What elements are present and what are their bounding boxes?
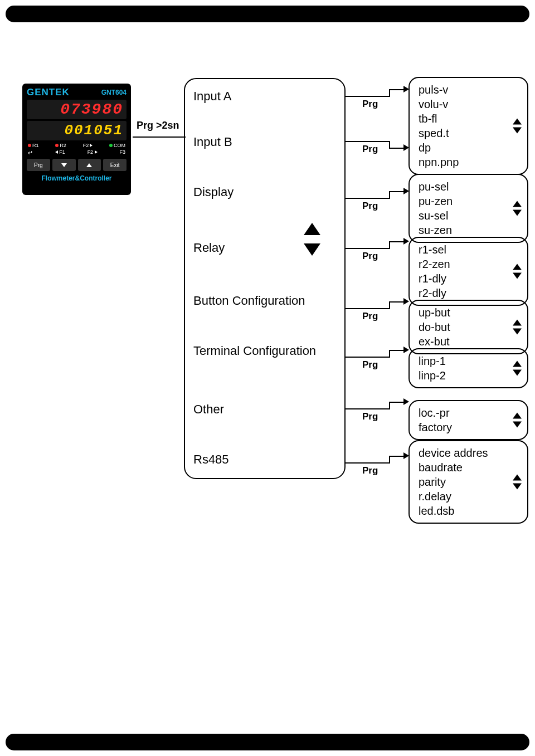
connector-line [389, 456, 405, 457]
triangle-up-icon [513, 119, 522, 125]
led-r2: R2 [55, 143, 66, 148]
sub-item: do-but [419, 320, 521, 334]
arrow-right-icon [403, 298, 409, 305]
menu-item-terminal-config: Terminal Configuration [193, 344, 316, 358]
triangle-up-icon [513, 475, 522, 481]
connector-line [389, 191, 390, 199]
sub-item: r1-sel [419, 242, 521, 257]
led-f2: F2 [83, 143, 93, 148]
triangle-down-icon [513, 422, 522, 428]
triangle-right-icon [95, 150, 98, 154]
arrow-right-icon [403, 238, 409, 245]
triangle-down-icon [513, 370, 522, 376]
triangle-down-icon [513, 210, 522, 216]
page-top-bar [6, 6, 529, 22]
prg-label: Prg [362, 201, 378, 212]
down-button[interactable] [52, 159, 76, 171]
updown-icon [513, 201, 522, 216]
triangle-down-icon [513, 273, 522, 279]
sub-box-display: pu-sel pu-zen su-sel su-zen [408, 174, 528, 243]
sub-box-relay: r1-sel r2-zen r1-dly r2-dly [408, 237, 528, 306]
device-led-row: R1 R2 F2 COM [27, 143, 127, 148]
menu-nav-arrows [304, 223, 320, 256]
sub-item: r2-dly [419, 286, 521, 300]
connector-line [133, 136, 186, 138]
connector-line [389, 456, 390, 464]
triangle-up-icon [513, 320, 522, 326]
triangle-up-icon [513, 361, 522, 367]
page-bottom-bar [6, 734, 529, 750]
device-footer: Flowmeter&Controller [27, 174, 127, 182]
prg-label: Prg [362, 251, 378, 262]
device-model: GNT604 [101, 89, 127, 96]
led-dot-icon [109, 144, 113, 147]
triangle-up-icon [513, 201, 522, 207]
triangle-up-icon [86, 163, 92, 167]
connector-line [389, 402, 390, 409]
arrow-right-icon [403, 398, 409, 405]
prg-label: Prg [362, 144, 378, 155]
prg-button[interactable]: Prg [27, 159, 50, 171]
connector-line [346, 96, 390, 97]
menu-item-input-a: Input A [193, 89, 232, 104]
connector-line [389, 191, 405, 192]
menu-item-button-config: Button Configuration [193, 294, 305, 308]
sub-item: led.dsb [419, 504, 521, 518]
device-panel: GENTEK GNT604 073980 001051 R1 R2 F2 COM… [22, 84, 131, 195]
connector-line [389, 402, 405, 403]
sub-item: r.delay [419, 489, 521, 504]
sub-item: linp-1 [419, 354, 521, 368]
device-display-2: 001051 [27, 121, 127, 140]
up-button[interactable] [78, 159, 101, 171]
led-com: COM [109, 143, 125, 148]
f2-indicator: F2 [87, 149, 98, 157]
connector-line [389, 301, 405, 303]
connector-line [389, 350, 405, 351]
connector-line [389, 241, 390, 249]
sub-item: dp [419, 140, 521, 155]
menu-item-input-b: Input B [193, 135, 232, 149]
prg-label: Prg [362, 311, 378, 322]
updown-icon [513, 320, 522, 335]
sub-item: sped.t [419, 126, 521, 140]
sub-item: ex-but [419, 334, 521, 349]
connector-line [389, 301, 390, 309]
sub-item: r2-zen [419, 257, 521, 271]
sub-item: baudrate [419, 460, 521, 475]
triangle-up-icon [513, 413, 522, 419]
triangle-down-icon [61, 163, 67, 167]
led-r1: R1 [28, 143, 39, 148]
device-display-1: 073980 [27, 100, 127, 119]
menu-item-relay: Relay [193, 241, 225, 255]
sub-box-rs485: device addres baudrate parity r.delay le… [408, 440, 528, 524]
connector-line [346, 408, 390, 409]
menu-item-other: Other [193, 402, 224, 417]
triangle-down-icon [304, 243, 320, 256]
sub-item: factory [419, 420, 521, 435]
sub-box-button: up-but do-but ex-but [408, 300, 528, 354]
enter-icon: ↵ [28, 149, 33, 157]
triangle-up-icon [304, 223, 320, 235]
sub-item: puls-v [419, 82, 521, 97]
sub-item: pu-sel [419, 179, 521, 194]
sub-item: volu-v [419, 97, 521, 111]
connector-line [346, 248, 390, 249]
sub-item: device addres [419, 446, 521, 460]
sub-item: r1-dly [419, 271, 521, 286]
updown-icon [513, 361, 522, 376]
exit-button[interactable]: Exit [103, 159, 127, 171]
prg-label: Prg [362, 99, 378, 110]
connector-line [346, 462, 390, 464]
sub-item: parity [419, 475, 521, 489]
menu-item-rs485: Rs485 [193, 452, 229, 467]
f1-indicator: F1 [55, 149, 65, 157]
prg-label: Prg [362, 359, 378, 370]
device-button-row: Prg Exit [27, 159, 127, 171]
connector-line [346, 141, 390, 142]
triangle-left-icon [55, 150, 58, 154]
sub-item: linp-2 [419, 368, 521, 383]
sub-item: su-zen [419, 223, 521, 237]
triangle-right-icon [90, 144, 93, 147]
sub-item: up-but [419, 305, 521, 320]
connector-line [346, 198, 390, 199]
